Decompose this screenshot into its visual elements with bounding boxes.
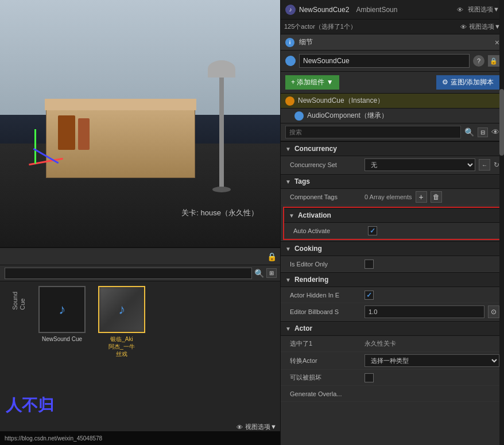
viewport-panel: 关卡: house（永久性） 🔒 🔍 ⊞ SoundCue ♪ NewSoun <box>0 0 281 445</box>
toolbar-row: + 添加组件 ▼ ⚙ 蓝图/添加脚本 <box>281 72 504 94</box>
eye-filter-btn[interactable]: 👁 <box>491 127 499 137</box>
selected-value: 永久性关卡 <box>365 339 499 348</box>
property-search-input[interactable] <box>285 126 461 138</box>
search-row: 🔍 ⊟ 👁 <box>281 123 504 141</box>
activation-section: ▼ Activation Auto Activate <box>283 207 502 240</box>
cooking-section-header[interactable]: ▼ Cooking <box>281 241 504 256</box>
lock-btn[interactable]: 🔒 <box>488 55 499 67</box>
sound-cue-side-label: SoundCue <box>11 292 26 310</box>
can-be-damaged-value <box>365 373 499 382</box>
help-btn[interactable]: ? <box>473 55 484 67</box>
can-be-damaged-label: 可以被损坏 <box>290 373 365 382</box>
scrollbar-thumb <box>499 89 504 156</box>
editor-billboard-spin-btn[interactable]: ⊙ <box>488 305 499 318</box>
can-be-damaged-checkbox[interactable] <box>365 373 374 382</box>
generate-overlap-label: Generate Overla... <box>290 390 365 397</box>
top-bar-right: 👁 视图选项▼ <box>457 5 499 14</box>
component-tags-row: Component Tags 0 Array elements + 🗑 <box>281 189 504 206</box>
blueprint-btn[interactable]: ⚙ 蓝图/添加脚本 <box>436 75 499 90</box>
tab-subtitle: AmbientSoun <box>356 6 397 14</box>
bottom-search-icon-btn[interactable]: 🔍 <box>254 269 264 278</box>
scene-cabinet-top <box>45 99 196 110</box>
bottom-search-bar: 🔍 ⊞ <box>0 265 281 281</box>
actor-title: Actor <box>294 324 312 332</box>
scene-lamp-top <box>208 60 235 78</box>
add-component-btn[interactable]: + 添加组件 ▼ <box>285 75 339 90</box>
concurrency-back-btn[interactable]: ← <box>479 159 490 171</box>
scene-lamp-base <box>212 187 231 192</box>
bottom-toolbar: 🔒 <box>0 248 281 265</box>
selected-label: 选中了1 <box>290 339 365 348</box>
view-options-top[interactable]: 视图选项▼ <box>468 5 499 14</box>
component-instance-item[interactable]: NewSoundCue（Instance） <box>281 94 504 109</box>
properties-area: ▼ Concurrency Concurrency Set 无 ← ↻ ▼ Ta… <box>281 141 504 445</box>
cooking-arrow: ▼ <box>285 246 291 252</box>
view-options-count[interactable]: 视图选项▼ <box>469 22 501 31</box>
actor-section-header[interactable]: ▼ Actor <box>281 321 504 336</box>
concurrency-title: Concurrency <box>294 145 337 153</box>
scene-shelf-item2 <box>78 118 90 150</box>
activation-arrow: ▼ <box>289 212 294 219</box>
big-text-overlay: 人不归 <box>6 394 54 416</box>
rendering-section-header[interactable]: ▼ Rendering <box>281 272 504 287</box>
name-input[interactable] <box>299 54 470 68</box>
is-editor-only-checkbox[interactable] <box>365 260 374 269</box>
is-editor-only-label: Is Editor Only <box>290 261 365 268</box>
actor-hidden-row: Actor Hidden In E <box>281 287 504 303</box>
details-icon: i <box>285 38 294 47</box>
tags-title: Tags <box>294 177 310 185</box>
eye-icon-top: 👁 <box>457 6 463 13</box>
eye-icon-bottom: 👁 <box>237 424 243 431</box>
tags-section-header[interactable]: ▼ Tags <box>281 174 504 189</box>
view-options-bottom[interactable]: 👁 视图选项▼ <box>237 423 277 431</box>
asset-thumbnail-1[interactable]: ♪ <box>38 286 86 333</box>
asset-item-2[interactable]: ♪ 银临_Aki阿杰_一牛丝戏 <box>93 286 150 358</box>
is-editor-only-value <box>365 260 499 269</box>
tab-title: NewSoundCue2 <box>299 6 349 14</box>
tags-del-btn[interactable]: 🗑 <box>431 191 442 203</box>
auto-activate-label: Auto Activate <box>293 227 368 234</box>
lock-icon: 🔒 <box>267 252 277 261</box>
concurrency-refresh-btn[interactable]: ↻ <box>494 161 499 169</box>
watermark: https://blog.csdn.net/weixin_45048578 <box>0 431 281 445</box>
right-scrollbar[interactable] <box>499 0 504 445</box>
actor-hidden-value <box>365 291 499 300</box>
bottom-search-input[interactable] <box>5 268 252 279</box>
details-close-btn[interactable]: × <box>495 38 499 47</box>
scene-cabinet <box>46 109 195 178</box>
auto-activate-checkbox[interactable] <box>368 226 377 235</box>
asset-thumbnail-2[interactable]: ♪ <box>98 286 145 333</box>
scene-lamp <box>219 75 224 189</box>
tags-add-btn[interactable]: + <box>416 191 427 203</box>
scene-wall <box>0 0 281 115</box>
grid-view-btn[interactable]: ⊟ <box>478 127 488 137</box>
generate-overlap-row: Generate Overla... <box>281 386 504 402</box>
selected-value-text: 永久性关卡 <box>365 339 396 348</box>
actor-hidden-checkbox[interactable] <box>365 291 374 300</box>
bottom-grid-view-btn[interactable]: ⊞ <box>266 268 277 278</box>
component-tags-label: Component Tags <box>290 194 365 200</box>
activation-section-header[interactable]: ▼ Activation <box>284 208 501 223</box>
component-audio-item[interactable]: AudioComponent（继承） <box>281 109 504 123</box>
name-row: ? 🔒 <box>281 51 504 72</box>
selected-row: 选中了1 永久性关卡 <box>281 336 504 352</box>
concurrency-section-header[interactable]: ▼ Concurrency <box>281 141 504 156</box>
component-tags-value: 0 Array elements + 🗑 <box>365 191 499 203</box>
search-icon-btn[interactable]: 🔍 <box>464 127 474 137</box>
editor-billboard-input[interactable] <box>365 305 484 318</box>
asset-label-1: NewSound Cue <box>42 335 82 343</box>
viewport-bottom-panel: 🔒 🔍 ⊞ SoundCue ♪ NewSound Cue <box>0 247 281 445</box>
details-title: 细节 <box>299 37 313 47</box>
activation-title: Activation <box>298 211 331 219</box>
viewport-scene: 关卡: house（永久性） <box>0 0 281 247</box>
asset-label-2: 银临_Aki阿杰_一牛丝戏 <box>108 335 135 358</box>
editor-billboard-value: ⊙ <box>365 305 499 318</box>
component-tags-text: 0 Array elements <box>365 194 412 200</box>
editor-billboard-label: Editor Billboard S <box>290 308 365 315</box>
eye-icon-count: 👁 <box>460 24 467 30</box>
convert-actor-select[interactable]: 选择一种类型 <box>365 354 499 367</box>
concurrency-set-select[interactable]: 无 <box>365 158 475 171</box>
view-options-label: 视图选项▼ <box>245 423 277 431</box>
asset-item-1[interactable]: ♪ NewSound Cue <box>33 286 91 358</box>
cooking-title: Cooking <box>294 245 322 253</box>
